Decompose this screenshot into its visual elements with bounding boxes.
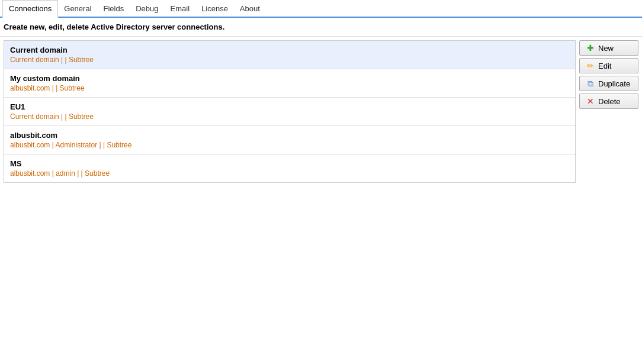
page-description: Create new, edit, delete Active Director… bbox=[0, 18, 642, 37]
connection-list: Current domainCurrent domain | | Subtree… bbox=[4, 40, 576, 183]
delete-button[interactable]: ✕ Delete bbox=[579, 94, 638, 109]
connection-item[interactable]: albusbit.comalbusbit.com | Administrator… bbox=[4, 126, 575, 154]
tab-bar: ConnectionsGeneralFieldsDebugEmailLicens… bbox=[0, 0, 642, 18]
edit-button[interactable]: ✏ Edit bbox=[579, 58, 638, 73]
connection-details: Current domain | | Subtree bbox=[10, 56, 569, 64]
edit-icon: ✏ bbox=[586, 61, 595, 70]
main-layout: Current domainCurrent domain | | Subtree… bbox=[0, 37, 642, 186]
connection-name: MS bbox=[10, 159, 569, 168]
delete-icon: ✕ bbox=[586, 96, 595, 106]
connection-name: Current domain bbox=[10, 46, 569, 54]
new-button[interactable]: ✚ New bbox=[579, 40, 638, 56]
action-buttons: ✚ New ✏ Edit ⧉ Duplicate ✕ Delete bbox=[579, 40, 638, 183]
edit-button-label: Edit bbox=[598, 62, 611, 70]
new-button-label: New bbox=[598, 44, 614, 53]
connection-name: EU1 bbox=[10, 102, 569, 111]
connection-details: Current domain | | Subtree bbox=[10, 112, 569, 121]
new-icon: ✚ bbox=[586, 43, 595, 53]
connection-item[interactable]: My custom domainalbusbit.com | | Subtree bbox=[4, 69, 575, 98]
duplicate-icon: ⧉ bbox=[586, 79, 595, 88]
duplicate-button-label: Duplicate bbox=[598, 79, 630, 88]
connection-item[interactable]: MSalbusbit.com | admin | | Subtree bbox=[4, 154, 575, 182]
connection-item[interactable]: EU1Current domain | | Subtree bbox=[4, 98, 575, 126]
tab-connections[interactable]: Connections bbox=[2, 0, 58, 18]
tab-general[interactable]: General bbox=[58, 1, 97, 17]
duplicate-button[interactable]: ⧉ Duplicate bbox=[579, 76, 638, 91]
tab-email[interactable]: Email bbox=[165, 1, 196, 17]
connection-name: My custom domain bbox=[10, 74, 569, 83]
tab-fields[interactable]: Fields bbox=[98, 1, 130, 17]
connection-item[interactable]: Current domainCurrent domain | | Subtree bbox=[4, 41, 575, 69]
connection-details: albusbit.com | Administrator | | Subtree bbox=[10, 141, 569, 149]
connection-name: albusbit.com bbox=[10, 131, 569, 140]
tab-about[interactable]: About bbox=[234, 1, 266, 17]
tab-license[interactable]: License bbox=[195, 1, 234, 17]
connection-details: albusbit.com | admin | | Subtree bbox=[10, 169, 569, 178]
connection-details: albusbit.com | | Subtree bbox=[10, 84, 569, 92]
delete-button-label: Delete bbox=[598, 97, 621, 106]
tab-debug[interactable]: Debug bbox=[130, 1, 164, 17]
